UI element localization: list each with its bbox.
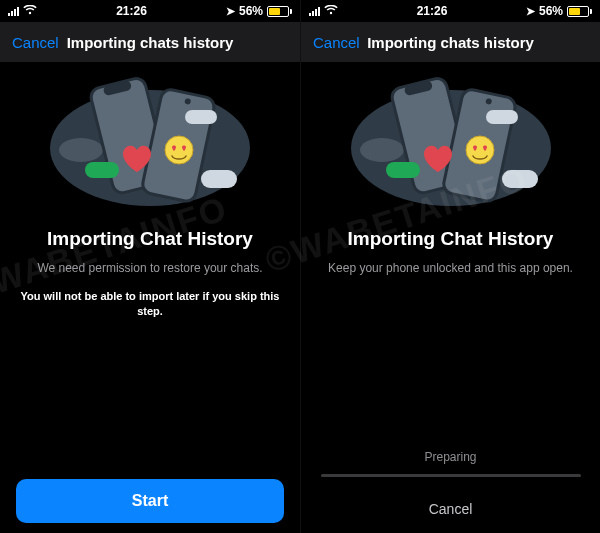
svg-point-12	[360, 138, 404, 162]
svg-rect-9	[185, 110, 217, 124]
svg-rect-7	[85, 162, 119, 178]
status-bar: 21:26 ➤ 56%	[301, 0, 600, 22]
battery-icon	[567, 6, 592, 17]
wifi-icon	[23, 4, 37, 18]
nav-title: Importing chats history	[67, 34, 234, 51]
svg-rect-8	[201, 170, 237, 188]
illustration-phones	[45, 76, 255, 216]
nav-bar: Cancel Importing chats history	[0, 22, 300, 62]
screen-permission: 21:26 ➤ 56% Cancel Importing chats histo…	[0, 0, 300, 533]
screen-preparing: 21:26 ➤ 56% Cancel Importing chats histo…	[300, 0, 600, 533]
warning-text: You will not be able to import later if …	[16, 289, 284, 320]
cellular-signal-icon	[8, 7, 19, 16]
svg-rect-20	[486, 110, 518, 124]
location-icon: ➤	[526, 5, 535, 18]
illustration-phones	[346, 76, 556, 216]
svg-point-10	[165, 136, 193, 164]
wifi-icon	[324, 4, 338, 18]
cancel-below-button[interactable]: Cancel	[429, 501, 473, 517]
status-bar: 21:26 ➤ 56%	[0, 0, 300, 22]
main-heading: Importing Chat History	[47, 228, 253, 250]
battery-percent: 56%	[239, 4, 263, 18]
nav-cancel-button[interactable]: Cancel	[313, 34, 360, 51]
battery-icon	[267, 6, 292, 17]
start-button[interactable]: Start	[16, 479, 284, 523]
progress-bar	[321, 474, 581, 477]
cellular-signal-icon	[309, 7, 320, 16]
preparing-label: Preparing	[424, 450, 476, 464]
svg-point-1	[59, 138, 103, 162]
location-icon: ➤	[226, 5, 235, 18]
nav-cancel-button[interactable]: Cancel	[12, 34, 59, 51]
svg-rect-19	[502, 170, 538, 188]
nav-bar: Cancel Importing chats history	[301, 22, 600, 62]
main-heading: Importing Chat History	[348, 228, 554, 250]
main-subtitle: We need permission to restore your chats…	[37, 260, 262, 277]
status-time: 21:26	[116, 4, 147, 18]
status-time: 21:26	[417, 4, 448, 18]
battery-percent: 56%	[539, 4, 563, 18]
svg-rect-18	[386, 162, 420, 178]
svg-point-21	[466, 136, 494, 164]
nav-title: Importing chats history	[367, 34, 534, 51]
main-subtitle: Keep your phone unlocked and this app op…	[328, 260, 573, 277]
